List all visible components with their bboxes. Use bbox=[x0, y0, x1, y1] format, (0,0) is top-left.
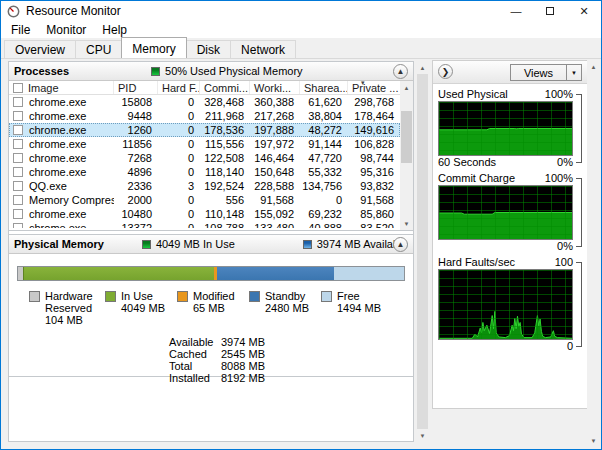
table-row[interactable]: chrome.exe158080328,468360,38861,620298,… bbox=[9, 95, 400, 109]
tab-overview[interactable]: Overview bbox=[4, 40, 76, 58]
row-checkbox[interactable] bbox=[13, 195, 23, 205]
graphs-toolbar: ❯ Views ▼ bbox=[433, 61, 587, 84]
row-checkbox[interactable] bbox=[13, 167, 23, 177]
process-working-set: 360,388 bbox=[250, 96, 300, 108]
scrollbar-thumb[interactable] bbox=[417, 74, 428, 429]
table-row[interactable]: chrome.exe94480211,968217,26838,804178,4… bbox=[9, 109, 400, 123]
process-pid: 2336 bbox=[114, 180, 158, 192]
scroll-up-icon[interactable]: ▲ bbox=[587, 60, 600, 73]
collapse-graphs-button[interactable]: ❯ bbox=[438, 64, 453, 79]
scroll-up-icon[interactable]: ▲ bbox=[416, 61, 429, 74]
maximize-button[interactable] bbox=[533, 1, 567, 21]
process-shareable: 48,272 bbox=[300, 124, 348, 136]
graph-scale-bottom: 0% bbox=[557, 240, 573, 253]
menu-help[interactable]: Help bbox=[94, 21, 135, 38]
views-dropdown-icon[interactable]: ▼ bbox=[566, 65, 581, 80]
processes-table: ▾ Image PID Hard F... Commi... Worki... … bbox=[9, 81, 413, 230]
maximize-icon bbox=[546, 7, 554, 15]
process-shareable: 69,232 bbox=[300, 208, 348, 220]
table-row[interactable]: chrome.exe118560115,556197,97291,144106,… bbox=[9, 137, 400, 151]
row-checkbox[interactable] bbox=[13, 97, 23, 107]
scroll-up-icon[interactable]: ▲ bbox=[400, 81, 413, 94]
table-row[interactable]: QQ.exe23363192,524228,588134,75693,832 bbox=[9, 179, 400, 193]
process-shareable: 61,620 bbox=[300, 96, 348, 108]
process-pid: 4896 bbox=[114, 166, 158, 178]
row-checkbox[interactable] bbox=[13, 209, 23, 219]
process-working-set: 197,972 bbox=[250, 138, 300, 150]
column-header-pid[interactable]: PID bbox=[114, 81, 158, 94]
column-header-working-set[interactable]: Worki... bbox=[250, 81, 300, 94]
process-image-name: chrome.exe bbox=[27, 222, 114, 228]
process-shareable: 55,332 bbox=[300, 166, 348, 178]
tab-memory[interactable]: Memory bbox=[121, 37, 186, 58]
physical-memory-collapse-button[interactable]: ▲ bbox=[393, 237, 408, 252]
process-pid: 15808 bbox=[114, 96, 158, 108]
menu-file[interactable]: File bbox=[3, 21, 38, 38]
column-header-hard-faults[interactable]: Hard F... bbox=[158, 81, 200, 94]
used-memory-icon bbox=[151, 67, 160, 76]
scroll-down-icon[interactable]: ▼ bbox=[416, 429, 429, 442]
process-shareable: 134,756 bbox=[300, 180, 348, 192]
column-header-private[interactable]: Private ... bbox=[348, 81, 400, 94]
process-shareable: 47,720 bbox=[300, 152, 348, 164]
process-commit: 122,508 bbox=[200, 152, 250, 164]
table-row[interactable]: chrome.exe72680122,508146,46447,72098,74… bbox=[9, 151, 400, 165]
legend-swatch-hardware bbox=[29, 291, 40, 302]
table-row[interactable]: chrome.exe12600178,536197,88848,272149,6… bbox=[9, 123, 400, 137]
process-pid: 11856 bbox=[114, 138, 158, 150]
graphs-stack: Used Physical Memory 100% 60 Seconds 0% bbox=[438, 87, 582, 355]
process-pid: 1260 bbox=[114, 124, 158, 136]
tab-disk[interactable]: Disk bbox=[186, 40, 231, 58]
process-shareable: 91,144 bbox=[300, 138, 348, 150]
process-hard-faults: 0 bbox=[158, 222, 200, 228]
column-header-commit[interactable]: Commi... bbox=[200, 81, 250, 94]
scroll-down-icon[interactable]: ▼ bbox=[587, 434, 600, 447]
row-checkbox[interactable] bbox=[13, 111, 23, 121]
table-row[interactable]: Memory Compression2000055691,568091,568 bbox=[9, 193, 400, 207]
process-image-name: Memory Compression bbox=[27, 194, 114, 206]
row-checkbox[interactable] bbox=[13, 181, 23, 191]
process-hard-faults: 0 bbox=[158, 194, 200, 206]
processes-collapse-button[interactable]: ▲ bbox=[393, 64, 408, 79]
title-bar: Resource Monitor — ✕ bbox=[1, 1, 601, 21]
process-private: 149,616 bbox=[348, 124, 400, 136]
process-hard-faults: 0 bbox=[158, 152, 200, 164]
close-button[interactable]: ✕ bbox=[567, 1, 601, 21]
row-checkbox[interactable] bbox=[13, 139, 23, 149]
views-button[interactable]: Views ▼ bbox=[510, 64, 582, 81]
tab-cpu[interactable]: CPU bbox=[75, 40, 122, 58]
process-commit: 328,468 bbox=[200, 96, 250, 108]
right-scrollbar[interactable]: ▲ ▼ bbox=[587, 60, 600, 447]
graph-title: Hard Faults/sec bbox=[438, 255, 515, 269]
minimize-button[interactable]: — bbox=[499, 1, 533, 21]
graph-scale-bottom: 0% bbox=[557, 156, 573, 169]
table-scrollbar[interactable]: ▲ ▼ bbox=[400, 81, 413, 230]
process-hard-faults: 3 bbox=[158, 180, 200, 192]
in-use-label: 4049 MB In Use bbox=[156, 238, 235, 250]
row-checkbox[interactable] bbox=[13, 125, 23, 135]
legend-swatch-free bbox=[321, 291, 332, 302]
scroll-down-icon[interactable]: ▼ bbox=[400, 217, 413, 230]
row-checkbox[interactable] bbox=[13, 153, 23, 163]
app-icon bbox=[7, 5, 20, 18]
select-all-checkbox[interactable] bbox=[13, 83, 23, 93]
table-row[interactable]: chrome.exe133720108,788133,48040,88883,5… bbox=[9, 221, 400, 228]
column-header-image[interactable]: Image bbox=[9, 81, 114, 94]
process-hard-faults: 0 bbox=[158, 166, 200, 178]
process-image-name: chrome.exe bbox=[27, 124, 114, 136]
legend-swatch-modified bbox=[177, 291, 188, 302]
left-column: Processes 50% Used Physical Memory ▲ ▾ I… bbox=[8, 61, 414, 442]
table-row[interactable]: chrome.exe48960118,140150,64855,33295,31… bbox=[9, 165, 400, 179]
tab-network[interactable]: Network bbox=[230, 40, 296, 58]
memory-stats: Available3974 MB Cached2545 MB Total8088… bbox=[169, 336, 265, 384]
left-scrollbar[interactable]: ▲ ▼ bbox=[416, 61, 429, 442]
scrollbar-thumb[interactable] bbox=[401, 111, 412, 163]
row-checkbox[interactable] bbox=[13, 223, 23, 228]
table-row[interactable]: chrome.exe104800110,148155,09269,23285,8… bbox=[9, 207, 400, 221]
graph-title: Commit Charge bbox=[438, 171, 515, 185]
memory-composition-bar bbox=[17, 266, 405, 281]
column-header-shareable[interactable]: Sharea... bbox=[300, 81, 348, 94]
graph-plot-area bbox=[438, 185, 573, 240]
graph-grid bbox=[439, 102, 572, 155]
menu-monitor[interactable]: Monitor bbox=[38, 21, 94, 38]
